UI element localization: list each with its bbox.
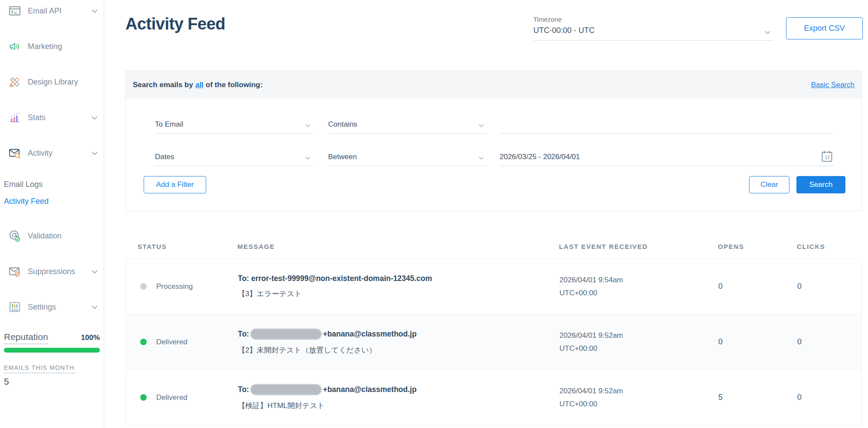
reputation-label[interactable]: Reputation xyxy=(4,332,48,344)
last-event-cell: 2026/04/01 9:52am UTC+00:00 xyxy=(559,387,718,408)
event-timezone: UTC+00:00 xyxy=(559,289,718,297)
table-row[interactable]: Delivered To:+banana@classmethod.jp 【検証】… xyxy=(126,370,861,425)
redacted-email xyxy=(250,329,322,340)
chevron-down-icon xyxy=(305,124,310,127)
search-panel: Search emails by all of the following: B… xyxy=(125,71,862,211)
chevron-down-icon xyxy=(92,305,98,309)
chevron-down-icon xyxy=(765,31,770,34)
sidebar-item-label: Design Library xyxy=(28,78,78,87)
mail-search-icon xyxy=(8,147,22,159)
opens-count: 0 xyxy=(718,337,797,346)
filter-operator-select[interactable]: Between xyxy=(328,149,487,166)
activity-table: STATUS MESSAGE LAST EVENT RECEIVED OPENS… xyxy=(125,234,862,425)
timezone-label: Timezone xyxy=(533,16,773,23)
filter-field-select[interactable]: To Email xyxy=(155,116,313,134)
sidebar-item-activity[interactable]: Activity xyxy=(8,142,99,164)
table-row[interactable]: Delivered To:+banana@classmethod.jp 【2】未… xyxy=(126,314,861,370)
sidebar-item-marketing[interactable]: Marketing xyxy=(8,36,99,57)
column-header-status: STATUS xyxy=(125,243,237,250)
chevron-down-icon xyxy=(92,151,98,155)
search-panel-body: To Email Contains Dates Between xyxy=(126,99,861,211)
status-dot xyxy=(140,339,147,345)
table-body: Processing To: error-test-99999@non-exis… xyxy=(125,258,862,425)
megaphone-icon xyxy=(8,40,22,52)
chevron-down-icon xyxy=(479,157,484,160)
status-dot xyxy=(140,283,147,290)
reputation-value: 100% xyxy=(81,333,100,342)
opens-count: 0 xyxy=(718,282,797,291)
message-recipient: To:+banana@classmethod.jp xyxy=(238,329,559,340)
sidebar-item-email-api[interactable]: Email API xyxy=(8,0,99,22)
sidebar-item-label: Email API xyxy=(28,7,62,16)
message-recipient: To: error-test-99999@non-existent-domain… xyxy=(238,274,559,283)
chevron-down-icon xyxy=(92,270,98,274)
chevron-down-icon xyxy=(479,124,484,127)
redacted-email xyxy=(250,384,322,395)
search-panel-header: Search emails by all of the following: B… xyxy=(126,71,861,99)
sidebar-item-label: Suppressions xyxy=(28,267,75,276)
bar-chart-icon xyxy=(8,111,22,124)
column-header-message: MESSAGE xyxy=(237,243,559,250)
sidebar-item-label: Activity xyxy=(28,149,53,158)
timezone-select[interactable]: Timezone UTC-00:00 - UTC xyxy=(533,16,773,41)
sliders-icon xyxy=(8,301,22,313)
clicks-count: 0 xyxy=(797,337,861,346)
timezone-value: UTC-00:00 - UTC xyxy=(533,26,773,35)
filter-operator-value: Contains xyxy=(328,120,357,129)
status-dot xyxy=(140,394,147,401)
filter-operator-value: Between xyxy=(328,153,357,161)
column-header-clicks: CLICKS xyxy=(797,243,862,250)
add-filter-button[interactable]: Add a Filter xyxy=(144,176,206,193)
chevron-down-icon xyxy=(92,116,98,120)
sidebar-item-design-library[interactable]: Design Library xyxy=(8,71,99,93)
last-event-cell: 2026/04/01 9:54am UTC+00:00 xyxy=(559,276,718,297)
clear-button[interactable]: Clear xyxy=(749,176,789,193)
sidebar-item-label: Stats xyxy=(28,113,46,122)
column-header-last-event: LAST EVENT RECEIVED xyxy=(559,243,718,250)
message-subject: 【検証】HTML開封テスト xyxy=(238,401,559,411)
search-suffix-text: of the following: xyxy=(206,81,263,89)
event-timezone: UTC+00:00 xyxy=(559,344,718,353)
search-button[interactable]: Search xyxy=(796,176,845,193)
svg-text:17: 17 xyxy=(825,155,830,160)
date-range-input[interactable]: 2026/03/25 - 2026/04/01 17 xyxy=(500,149,834,166)
sidebar-item-activity-feed[interactable]: Activity Feed xyxy=(4,195,104,208)
emails-this-month-label[interactable]: EMAILS THIS MONTH xyxy=(4,364,75,373)
sidebar-item-suppressions[interactable]: Suppressions xyxy=(8,261,99,282)
event-timezone: UTC+00:00 xyxy=(559,400,718,408)
clicks-count: 0 xyxy=(797,282,861,291)
table-header-row: STATUS MESSAGE LAST EVENT RECEIVED OPENS… xyxy=(125,234,862,258)
sidebar-item-label: Settings xyxy=(28,303,56,312)
mail-block-icon xyxy=(8,265,22,278)
reputation-progress-bar xyxy=(4,348,100,353)
filter-field-value: To Email xyxy=(155,120,183,129)
reputation-widget: Reputation 100% EMAILS THIS MONTH 5 xyxy=(4,332,100,387)
sidebar-item-label: Marketing xyxy=(28,42,62,51)
sidebar-item-stats[interactable]: Stats xyxy=(8,107,99,128)
basic-search-link[interactable]: Basic Search xyxy=(811,81,855,89)
search-prefix-text: Search emails by xyxy=(133,81,193,89)
export-csv-button[interactable]: Export CSV xyxy=(786,17,863,39)
sidebar-item-label: Validation xyxy=(28,232,62,241)
event-date: 2026/04/01 9:52am xyxy=(559,387,718,395)
design-tools-icon xyxy=(8,76,22,88)
search-mode-link[interactable]: all xyxy=(195,81,204,89)
message-recipient: To:+banana@classmethod.jp xyxy=(238,384,559,395)
status-label: Delivered xyxy=(156,393,187,402)
date-range-value: 2026/03/25 - 2026/04/01 xyxy=(500,153,580,161)
status-label: Processing xyxy=(156,282,193,291)
sidebar: Email API Marketing Design Library xyxy=(0,0,104,428)
terminal-window-icon xyxy=(8,5,22,17)
last-event-cell: 2026/04/01 9:52am UTC+00:00 xyxy=(559,331,718,353)
event-date: 2026/04/01 9:52am xyxy=(559,331,718,340)
sidebar-item-email-logs[interactable]: Email Logs xyxy=(4,178,104,191)
filter-value-input[interactable] xyxy=(500,116,834,134)
calendar-icon[interactable]: 17 xyxy=(821,150,833,163)
filter-field-select[interactable]: Dates xyxy=(155,149,313,166)
sidebar-item-validation[interactable]: Validation xyxy=(8,225,99,247)
event-date: 2026/04/01 9:54am xyxy=(559,276,718,284)
clicks-count: 0 xyxy=(797,393,861,402)
sidebar-item-settings[interactable]: Settings xyxy=(8,296,99,318)
table-row[interactable]: Processing To: error-test-99999@non-exis… xyxy=(126,259,861,314)
filter-operator-select[interactable]: Contains xyxy=(328,116,487,134)
